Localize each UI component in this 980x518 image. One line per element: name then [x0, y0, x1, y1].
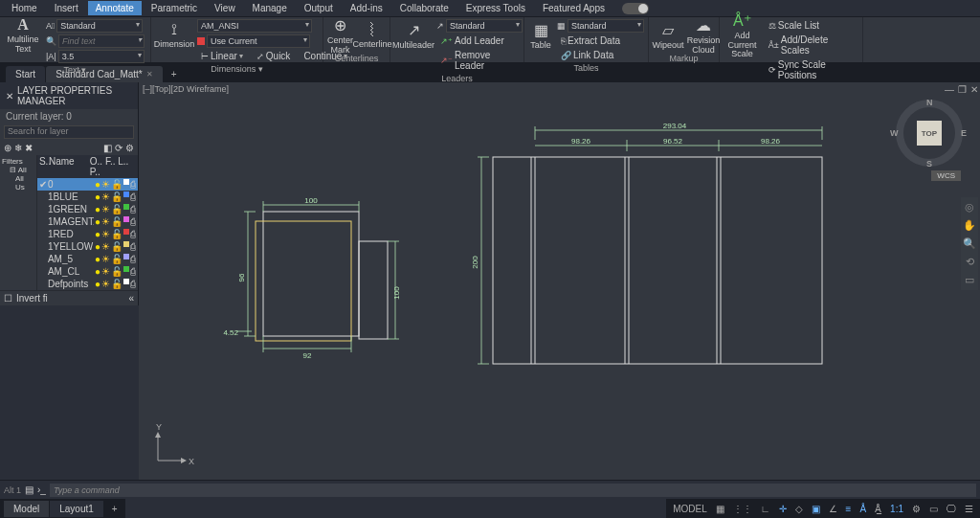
wipeout-button[interactable]: ▱Wipeout [653, 19, 683, 52]
monitor-icon[interactable]: 🖵 [944, 504, 959, 514]
menu-switch[interactable] [622, 3, 649, 14]
anno-icon[interactable]: Å [857, 504, 869, 514]
tree-item[interactable]: ⊟ All [2, 166, 34, 174]
centerline-button[interactable]: ⦚Centerline [357, 19, 388, 52]
layer-row[interactable]: AM_CL●☀🔓⎙ [37, 265, 138, 278]
anno-auto-icon[interactable]: Å̲ [872, 504, 884, 514]
filters-label: Filters [2, 157, 34, 166]
scale[interactable]: 1:1 [887, 504, 906, 514]
new-layer-icon[interactable]: ⊕ [4, 143, 11, 153]
svg-text:200: 200 [471, 256, 479, 269]
layer-row[interactable]: 1RED●☀🔓⎙ [37, 228, 138, 240]
layer-row[interactable]: 1BLUE●☀🔓⎙ [37, 191, 138, 203]
revision-cloud-button[interactable]: ☁Revision Cloud [687, 19, 720, 52]
panel-text: A Multiline Text AͦStandard 🔍Find text |… [0, 17, 151, 62]
customize-icon[interactable]: ☰ [962, 504, 976, 514]
menu-bar: Home Insert Annotate Parametric View Man… [0, 0, 980, 17]
gear-icon[interactable]: ⚙ [909, 504, 924, 514]
leader-style-dropdown[interactable]: Standard [446, 19, 523, 33]
snap-icon[interactable]: ⋮⋮ [730, 504, 755, 514]
tree-item[interactable]: All Us [2, 174, 34, 191]
remove-leader-icon: ↗⁻ [440, 56, 453, 65]
find-text-input[interactable]: Find text [58, 34, 145, 48]
iso-icon[interactable]: ◇ [792, 504, 806, 514]
table-button[interactable]: ▦Table [528, 19, 553, 52]
menu-featured[interactable]: Featured Apps [535, 1, 612, 15]
multileader-button[interactable]: ↗Multileader [394, 19, 433, 52]
linear-button[interactable]: ⊢Linear▾ [197, 50, 247, 62]
workspace-icon[interactable]: ▭ [926, 504, 941, 514]
command-menu-icon[interactable]: ▤ [25, 484, 33, 495]
leader-icon: ↗ [408, 21, 420, 39]
ortho-icon[interactable]: ∟ [758, 504, 773, 514]
quick-button[interactable]: ⤢Quick [253, 50, 295, 62]
center-mark-button[interactable]: ⊕Center Mark [327, 19, 353, 52]
add-leader-button[interactable]: ↗⁺Add Leader [436, 34, 523, 47]
panel-annotation-scaling: Å⁺Add Current Scale ⚖Scale List Å±Add/De… [720, 17, 863, 62]
grid-icon[interactable]: ▦ [713, 504, 727, 514]
table-style-dropdown[interactable]: Standard [568, 19, 644, 33]
menu-insert[interactable]: Insert [47, 1, 86, 15]
text-style-icon: Aͦ [46, 21, 55, 31]
drawing-canvas: 100 96 100 92 4.52 293.04 98.26 96.52 98… [139, 82, 980, 480]
menu-annotate[interactable]: Annotate [88, 1, 142, 15]
invert-filter-checkbox[interactable]: ☐ [4, 293, 12, 304]
svg-rect-2 [359, 241, 388, 339]
polar-icon[interactable]: ✛ [776, 504, 790, 514]
otrack-icon[interactable]: ∠ [826, 504, 840, 514]
layer-search-input[interactable]: Search for layer [4, 125, 134, 139]
command-input[interactable]: Type a command [50, 484, 976, 497]
link-data-button[interactable]: 🔗Link Data [557, 49, 644, 61]
svg-text:4.52: 4.52 [223, 328, 238, 337]
menu-parametric[interactable]: Parametric [144, 1, 205, 15]
remove-leader-button[interactable]: ↗⁻Remove Leader [436, 49, 523, 72]
dim-style-dropdown[interactable]: AM_ANSI [197, 19, 312, 33]
add-delete-scales-button[interactable]: Å±Add/Delete Scales [765, 34, 858, 56]
dim-layer-dropdown[interactable]: Use Current [207, 34, 310, 48]
scale-list-button[interactable]: ⚖Scale List [765, 19, 858, 32]
status-model[interactable]: MODEL [670, 504, 710, 514]
layer-row[interactable]: ✔0●☀🔓⎙ [37, 178, 138, 191]
menu-addins[interactable]: Add-ins [343, 1, 390, 15]
layer-filter-tree: Filters ⊟ All All Us [0, 155, 37, 290]
lineweight-icon[interactable]: ≡ [843, 504, 855, 514]
sync-scale-button[interactable]: ⟳Sync Scale Positions [765, 58, 858, 81]
extract-icon: ⎘ [561, 36, 566, 46]
layout-tab-layout1[interactable]: Layout1 [50, 501, 103, 517]
drawing-viewport[interactable]: [–][Top][2D Wireframe] — ❐ ✕ TOP N S E W… [139, 82, 980, 480]
current-layer-label: Current layer: 0 [6, 111, 72, 122]
add-current-scale-button[interactable]: Å⁺Add Current Scale [724, 19, 761, 52]
extract-data-button[interactable]: ⎘Extract Data [557, 34, 644, 47]
add-layout-button[interactable]: + [104, 501, 125, 517]
close-icon[interactable]: ✕ [6, 91, 13, 101]
refresh-icon[interactable]: ⟳ [115, 143, 122, 153]
text-height-input[interactable]: 3.5 [58, 50, 145, 63]
layer-row[interactable]: Defpoints●☀🔓⎙ [37, 278, 138, 290]
wipeout-icon: ▱ [662, 21, 674, 39]
panel-tables: ▦Table ▦Standard ⎘Extract Data 🔗Link Dat… [524, 17, 649, 62]
menu-home[interactable]: Home [4, 1, 45, 15]
svg-text:96: 96 [237, 273, 246, 282]
layer-row[interactable]: 1YELLOW●☀🔓⎙ [37, 240, 138, 253]
layer-row[interactable]: 1GREEN●☀🔓⎙ [37, 203, 138, 215]
collapse-icon[interactable]: « [128, 293, 134, 304]
multiline-text-button[interactable]: A Multiline Text [4, 19, 42, 52]
dimension-button[interactable]: ⟟ Dimension [155, 19, 193, 52]
layer-icon [197, 37, 205, 45]
osnap-icon[interactable]: ▣ [809, 504, 823, 514]
menu-express[interactable]: Express Tools [458, 1, 533, 15]
menu-view[interactable]: View [207, 1, 243, 15]
menu-output[interactable]: Output [297, 1, 341, 15]
menu-collaborate[interactable]: Collaborate [392, 1, 457, 15]
layer-row[interactable]: 1MAGENTA●☀🔓⎙ [37, 215, 138, 228]
menu-manage[interactable]: Manage [245, 1, 295, 15]
text-style-dropdown[interactable]: Standard [56, 19, 143, 33]
settings-icon[interactable]: ⚙ [125, 143, 134, 153]
find-icon: 🔍 [46, 36, 56, 46]
delete-layer-icon[interactable]: ✖ [25, 143, 33, 153]
states-icon[interactable]: ◧ [103, 143, 112, 153]
close-icon[interactable]: ✕ [146, 70, 153, 79]
layer-row[interactable]: AM_5●☀🔓⎙ [37, 253, 138, 265]
layout-tab-model[interactable]: Model [4, 501, 49, 517]
freeze-layer-icon[interactable]: ❄ [14, 143, 22, 153]
